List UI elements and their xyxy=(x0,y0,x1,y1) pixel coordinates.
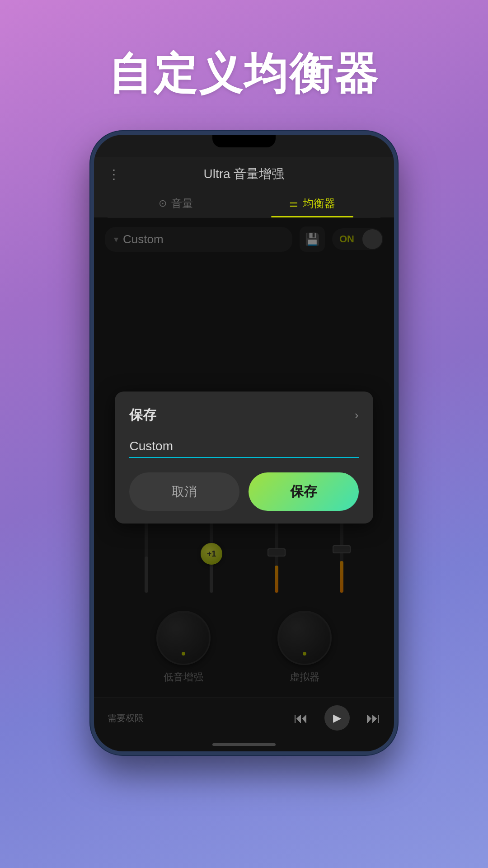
home-indicator xyxy=(94,738,394,751)
notch xyxy=(212,135,276,147)
tab-equalizer[interactable]: ⚌ 均衡器 xyxy=(244,190,380,217)
home-bar xyxy=(212,743,276,746)
header-top: ⋮ Ultra 音量增强 xyxy=(108,165,380,183)
next-button[interactable]: ⏭ xyxy=(366,710,380,726)
tab-volume-label: 音量 xyxy=(171,196,193,211)
play-icon: ▶ xyxy=(333,712,341,724)
eq-tab-icon: ⚌ xyxy=(289,198,298,209)
cancel-button[interactable]: 取消 xyxy=(129,472,239,511)
permission-text: 需要权限 xyxy=(108,712,144,724)
dialog-input-wrapper xyxy=(129,435,358,458)
prev-button[interactable]: ⏮ xyxy=(294,710,308,726)
dialog-box: 保存 › 取消 保存 xyxy=(115,392,373,524)
save-button[interactable]: 保存 xyxy=(249,472,359,511)
tab-equalizer-label: 均衡器 xyxy=(303,196,335,211)
tab-bar: ⊙ 音量 ⚌ 均衡器 xyxy=(108,190,380,217)
dialog-overlay: 保存 › 取消 保存 xyxy=(94,217,394,698)
page-title: 自定义均衡器 xyxy=(108,45,380,104)
dialog-buttons: 取消 保存 xyxy=(129,472,358,511)
player-controls: ⏮ ▶ ⏭ xyxy=(294,705,380,731)
app-header: ⋮ Ultra 音量增强 ⊙ 音量 ⚌ 均衡器 xyxy=(94,157,394,217)
app-content: ▾ Custom 💾 ON xyxy=(94,217,394,698)
play-button[interactable]: ▶ xyxy=(324,705,350,731)
tab-volume[interactable]: ⊙ 音量 xyxy=(108,190,244,217)
dialog-close-icon[interactable]: › xyxy=(355,408,359,422)
volume-tab-icon: ⊙ xyxy=(159,198,167,209)
status-bar xyxy=(94,135,394,157)
phone-screen: ⋮ Ultra 音量增强 ⊙ 音量 ⚌ 均衡器 ▾ C xyxy=(94,135,394,751)
dialog-header: 保存 › xyxy=(129,406,358,425)
dialog-title: 保存 xyxy=(129,406,156,425)
player-bar: 需要权限 ⏮ ▶ ⏭ xyxy=(94,698,394,738)
app-title: Ultra 音量增强 xyxy=(204,165,285,183)
dialog-name-input[interactable] xyxy=(129,435,358,458)
phone-shell: ⋮ Ultra 音量增强 ⊙ 音量 ⚌ 均衡器 ▾ C xyxy=(90,131,398,755)
menu-icon[interactable]: ⋮ xyxy=(108,167,121,182)
